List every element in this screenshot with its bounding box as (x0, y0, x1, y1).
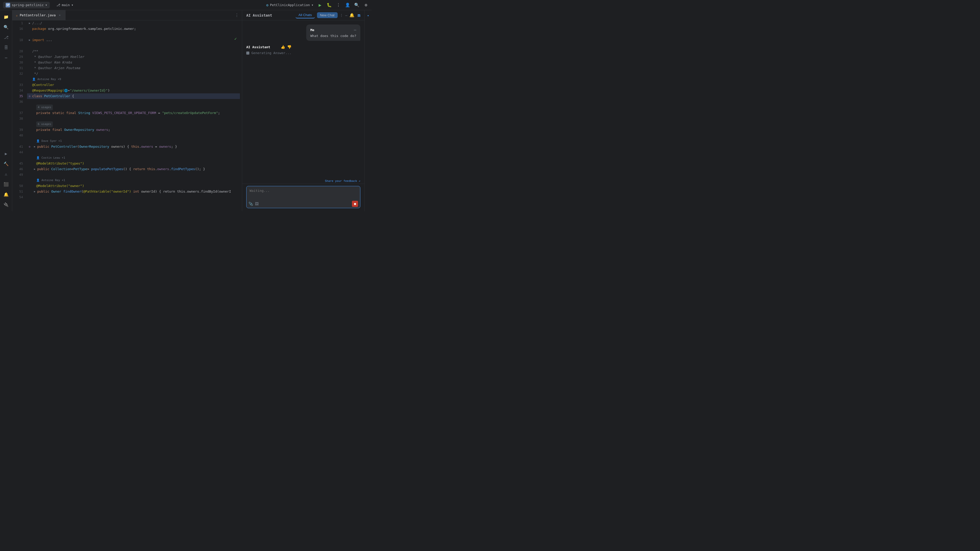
generating-status-text: Generating Answer... (251, 51, 291, 55)
branch-icon: ⎇ (56, 3, 60, 7)
plugins-icon[interactable]: 🔌 (2, 200, 11, 209)
tab-bar: ☕ PetController.java ✕ ⋮ (12, 10, 242, 21)
project-name-label: spring-petclinic (12, 3, 44, 7)
ai-chat-area[interactable]: Me ⋯ What does this code do? AI Assistan… (242, 21, 364, 178)
run-button[interactable]: ▶ (318, 3, 323, 8)
code-token: PetType (73, 166, 87, 172)
tab-label: PetController.java (20, 13, 56, 17)
terminal-icon[interactable]: ⬛ (2, 179, 11, 189)
code-editor[interactable]: ✓ 1 16 18 28 29 30 31 32 33 34 35 36 37 … (12, 21, 242, 211)
usages-hint[interactable]: 6 usages (36, 121, 53, 127)
more-actions-button[interactable]: ⋮ (336, 3, 341, 8)
usages-hint[interactable]: 4 usages (36, 105, 53, 110)
fold-indicator[interactable]: ▶ (32, 144, 37, 149)
ai-panel-notification-icon[interactable]: 🔔 (349, 13, 355, 17)
code-token: org.springframework.samples.petclinic.ow… (46, 26, 136, 32)
generating-indicator: Generating Answer... (246, 51, 291, 55)
code-token: findPetTypes (171, 166, 195, 172)
feedback-link[interactable]: Share your feedback ↗ (242, 178, 364, 184)
settings-button[interactable]: ⚙ (363, 3, 369, 8)
ai-sender-name: AI Assistant (246, 45, 270, 49)
search-icon[interactable]: 🔍 (2, 22, 11, 32)
user-name: Me (310, 28, 314, 32)
file-valid-indicator: ✓ (234, 36, 237, 41)
profile-button[interactable]: 👤 (345, 3, 350, 8)
code-token: (); } (195, 166, 205, 172)
thumbs-down-button[interactable]: 👎 (287, 45, 291, 49)
ai-message-header: AI Assistant 👍 👎 (246, 45, 291, 49)
fold-indicator[interactable]: ▶ (27, 21, 32, 26)
java-file-icon: ☕ (16, 14, 18, 17)
code-token: ( (77, 144, 80, 149)
thumbs-up-button[interactable]: 👍 (281, 45, 285, 49)
code-line (27, 149, 240, 155)
code-token: * (32, 60, 38, 65)
titlebar-left: SP spring-petclinic ▾ ⎇ main ▾ (3, 2, 76, 8)
code-token (49, 166, 51, 172)
code-token: import (32, 37, 44, 43)
code-token (62, 127, 64, 133)
search-button[interactable]: 🔍 (354, 3, 360, 8)
code-token: owners (159, 144, 171, 149)
ai-panel-minimize-button[interactable]: — (345, 13, 347, 17)
author-meta: 👤 Dave Syer +1 (36, 138, 62, 144)
code-line: package org.springframework.samples.petc… (27, 26, 240, 32)
new-chat-button[interactable]: New Chat (317, 12, 338, 18)
code-content[interactable]: ▶ /.../ package org.springframework.samp… (25, 21, 242, 211)
ai-assistant-right-icon[interactable]: ✦ (365, 12, 371, 18)
ai-header-actions: All Chats New Chat ⋮ — 🔔 m (296, 12, 360, 18)
code-token: owners (141, 144, 153, 149)
code-token (49, 144, 51, 149)
problems-icon[interactable]: ⚠ (2, 169, 11, 179)
fold-indicator[interactable]: ▶ (32, 166, 37, 172)
ai-message: AI Assistant 👍 👎 Generating Answer... (246, 45, 291, 55)
debug-button[interactable]: 🐛 (327, 3, 332, 8)
all-chats-button[interactable]: All Chats (296, 12, 315, 18)
ai-panel-more-button[interactable]: ⋮ (340, 13, 343, 17)
tab-close-button[interactable]: ✕ (58, 13, 62, 17)
code-token (44, 37, 46, 43)
fold-indicator[interactable]: ▶ (32, 189, 37, 194)
code-token: @Controller (32, 82, 54, 88)
code-token: = (153, 144, 159, 149)
code-token (50, 127, 52, 133)
author-meta: 👤 Antoine Rey +9 (32, 76, 61, 82)
code-token: Owner (51, 189, 61, 194)
code-token: "pets/createOrUpdatePetForm" (162, 110, 218, 116)
code-line (27, 43, 240, 48)
build-icon[interactable]: 🔨 (2, 159, 11, 168)
project-selector[interactable]: SP spring-petclinic ▾ (3, 2, 50, 8)
stop-generation-button[interactable] (246, 52, 249, 55)
user-message: Me ⋯ What does this code do? (306, 24, 360, 41)
attach-file-button[interactable]: 📎 (248, 202, 253, 206)
code-token (139, 189, 141, 194)
code-token: Collection (51, 166, 71, 172)
git-icon[interactable]: ⎇ (2, 33, 11, 42)
notifications-icon[interactable]: 🔔 (2, 190, 11, 199)
code-token: VIEWS_PETS_CREATE_OR_UPDATE_FORM (92, 110, 156, 116)
code-token: ; (108, 127, 110, 133)
tab-more-button[interactable]: ⋮ (232, 13, 242, 17)
branch-selector[interactable]: ⎇ main ▾ (54, 2, 76, 8)
stop-send-button[interactable]: ■ (352, 201, 358, 207)
run-configuration[interactable]: ⚙ PetClinicApplication ▾ (266, 3, 313, 7)
code-token (109, 144, 111, 149)
run-icon[interactable]: ▶ (2, 149, 11, 158)
message-menu-button[interactable]: ⋯ (354, 27, 356, 32)
code-line-meta: 6 usages (27, 121, 240, 127)
attach-image-button[interactable]: 🖼 (255, 202, 259, 206)
user-message-container: Me ⋯ What does this code do? (246, 24, 360, 41)
code-token: ; (218, 110, 220, 116)
tab-petcontroller[interactable]: ☕ PetController.java ✕ (12, 10, 65, 20)
code-token: populatePetTypes (91, 166, 123, 172)
code-token: int (133, 189, 139, 194)
code-line: @ModelAttribute("types") (27, 161, 240, 166)
code-token: @author (38, 60, 54, 65)
ai-chat-input[interactable] (247, 186, 360, 199)
more-tools-icon[interactable]: ⋯ (2, 53, 11, 62)
titlebar-right: ⚙ PetClinicApplication ▾ ▶ 🐛 ⋮ 👤 🔍 ⚙ (266, 3, 369, 8)
database-icon[interactable]: 🗄 (2, 43, 11, 52)
file-explorer-icon[interactable]: 📁 (2, 12, 11, 21)
code-token: ) { (123, 144, 131, 149)
code-line: */ (27, 71, 240, 76)
